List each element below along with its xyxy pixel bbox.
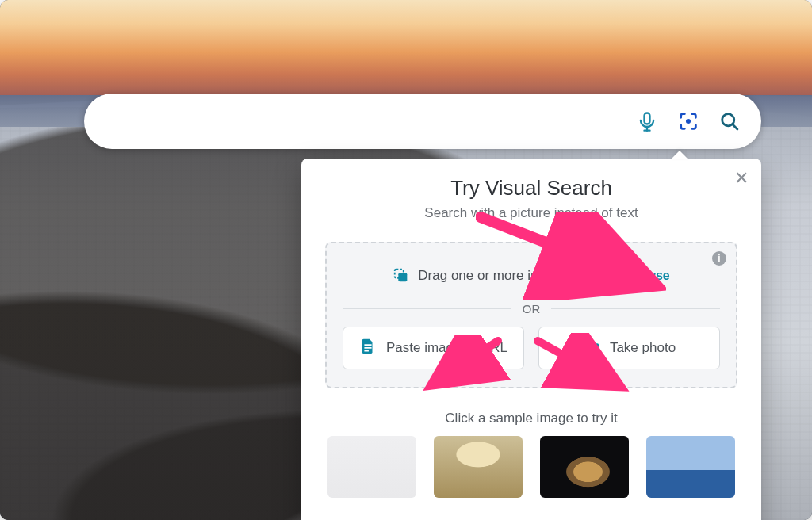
close-icon[interactable]: ✕ [734,170,749,187]
document-icon [359,338,377,359]
sample-image[interactable] [540,436,629,498]
search-input[interactable] [108,113,620,131]
or-label: OR [523,302,541,315]
sample-images [325,436,737,504]
visual-search-panel: ✕ Try Visual Search Search with a pictur… [301,159,761,520]
app-stage: ✕ Try Visual Search Search with a pictur… [0,0,812,520]
image-dropzone[interactable]: i Drag one or more images here or browse… [325,242,737,388]
sample-image[interactable] [434,436,523,498]
take-photo-button[interactable]: Take photo [538,327,720,369]
svg-point-3 [686,119,691,124]
panel-title: Try Visual Search [325,176,737,201]
images-icon [393,267,410,285]
sample-image[interactable] [327,436,416,498]
or-separator: OR [343,302,720,315]
paste-image-label: Paste image or URL [386,340,508,356]
search-icon[interactable] [715,107,744,136]
svg-point-8 [589,345,594,350]
panel-subtitle: Search with a picture instead of text [325,205,737,221]
visual-search-icon[interactable] [674,107,703,136]
svg-rect-7 [399,273,408,281]
drag-row: Drag one or more images here or browse [343,258,720,289]
camera-icon [583,338,600,359]
svg-line-5 [733,124,737,129]
search-bar [84,94,761,149]
svg-rect-0 [645,113,650,124]
take-photo-label: Take photo [610,340,676,356]
microphone-icon[interactable] [633,107,661,136]
paste-image-button[interactable]: Paste image or URL [343,327,524,369]
browse-link[interactable]: browse [626,269,670,283]
samples-title: Click a sample image to try it [325,411,737,426]
info-icon[interactable]: i [712,251,726,266]
drag-text: Drag one or more images here or [418,268,617,284]
sample-image[interactable] [646,436,735,498]
